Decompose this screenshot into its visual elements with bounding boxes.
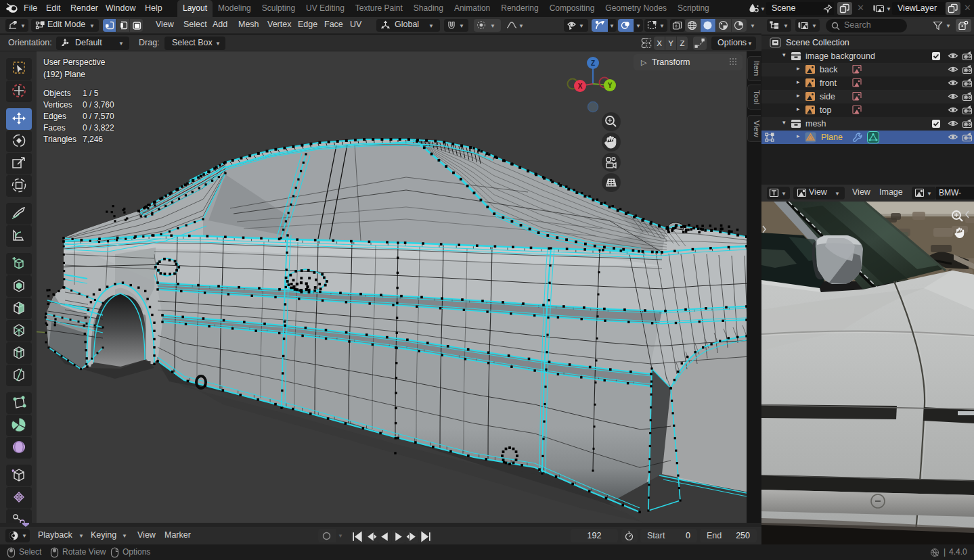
svg-text:Triangles: Triangles (43, 135, 76, 144)
svg-text:0 / 7,570: 0 / 7,570 (83, 112, 114, 121)
svg-text:Y: Y (608, 82, 613, 89)
svg-text:User Perspective: User Perspective (43, 57, 106, 67)
svg-text:7,246: 7,246 (83, 135, 103, 144)
svg-text:Objects: Objects (43, 89, 71, 98)
svg-text:X: X (578, 83, 583, 90)
svg-text:Faces: Faces (43, 123, 66, 133)
svg-text:0 / 3,760: 0 / 3,760 (83, 100, 114, 110)
svg-text:(192) Plane: (192) Plane (43, 70, 85, 79)
svg-text:Transform: Transform (652, 57, 690, 67)
svg-text:0 / 3,822: 0 / 3,822 (83, 123, 114, 133)
svg-text:1 / 5: 1 / 5 (83, 89, 99, 98)
svg-text:Z: Z (591, 60, 595, 67)
svg-text:▷: ▷ (641, 58, 647, 66)
svg-text:Edges: Edges (43, 112, 66, 121)
svg-text:Vertices: Vertices (43, 100, 72, 110)
